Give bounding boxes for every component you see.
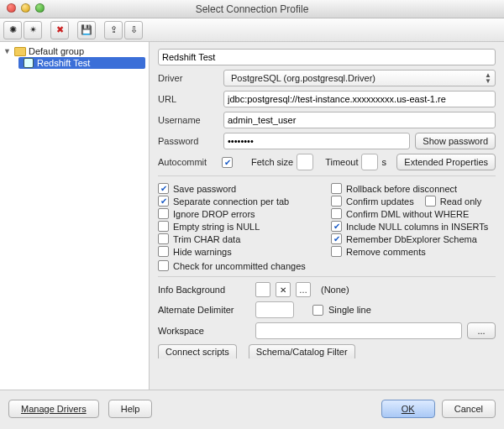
manage-drivers-button[interactable]: Manage Drivers [8,400,99,418]
url-label: URL [158,94,218,104]
option-label: Remember DbExplorer Schema [346,234,477,244]
connect-scripts-button[interactable]: Connect scripts [158,344,237,358]
option-checkbox[interactable] [158,221,169,232]
password-input[interactable] [223,133,410,149]
disclosure-triangle-icon[interactable]: ▼ [3,47,12,55]
readonly-checkbox[interactable] [425,196,436,207]
single-line-label: Single line [328,305,371,315]
new-profile-alt-button[interactable]: ✴ [24,21,42,39]
show-password-button[interactable]: Show password [415,133,496,149]
tree-profile-item[interactable]: Redshift Test [18,57,145,69]
export-button[interactable]: ⇩ [124,21,143,39]
alt-delimiter-input[interactable] [255,301,294,318]
option-label: Ignore DROP errors [173,209,255,219]
fetchsize-label: Fetch size [251,157,293,167]
driver-label: Driver [158,73,218,83]
option-checkbox[interactable] [158,233,169,244]
single-line-checkbox[interactable] [312,305,323,316]
save-button[interactable]: 💾 [77,21,96,39]
window-title: Select Connection Profile [196,3,309,15]
option-checkbox[interactable] [331,196,342,207]
tree-group-label: Default group [29,46,84,56]
option-checkbox[interactable] [158,196,169,207]
autocommit-label: Autocommit [158,157,218,167]
ok-button[interactable]: OK [381,400,435,418]
option-label: Empty string is NULL [173,222,260,232]
option-label: Trim CHAR data [173,234,240,244]
readonly-label: Read only [440,196,482,207]
option-label: Rollback before disconnect [346,184,457,194]
info-bg-pick-button[interactable]: … [296,282,311,297]
fetchsize-input[interactable] [297,154,313,170]
profile-form: Driver PostgreSQL (org.postgresql.Driver… [150,42,504,390]
profile-name-input[interactable] [158,49,496,65]
option-label: Remove comments [346,247,426,257]
option-checkbox[interactable] [158,208,169,219]
minimize-window-icon[interactable] [21,3,30,13]
zoom-window-icon[interactable] [35,3,45,13]
profile-tree[interactable]: ▼ Default group Redshift Test [0,42,150,390]
workspace-input[interactable] [255,322,462,339]
toolbar: ✺ ✴ ✖ 💾 ⇪ ⇩ [0,18,504,42]
info-background-label: Info Background [158,285,250,295]
window-controls [7,3,45,13]
timeout-label: Timeout [325,157,358,167]
info-bg-clear-button[interactable]: ✕ [276,282,291,297]
option-label: Confirm DML without WHERE [346,209,469,219]
password-label: Password [158,136,218,146]
option-checkbox[interactable] [331,183,342,194]
option-label: Confirm updates [346,196,414,207]
check-uncommitted-label: Check for uncommitted changes [173,261,306,271]
option-checkbox[interactable] [158,246,169,257]
autocommit-checkbox[interactable] [222,157,233,168]
close-window-icon[interactable] [7,3,16,13]
username-input[interactable] [223,112,496,128]
tree-profile-label: Redshift Test [37,58,90,68]
option-checkbox[interactable] [331,233,342,244]
driver-value: PostgreSQL (org.postgresql.Driver) [231,73,375,83]
extended-properties-button[interactable]: Extended Properties [396,154,496,170]
option-label: Separate connection per tab [173,196,289,207]
check-uncommitted-checkbox[interactable] [158,260,169,271]
option-label: Save password [173,184,236,194]
cancel-button[interactable]: Cancel [442,400,496,418]
title-bar: Select Connection Profile [0,0,504,18]
alt-delimiter-label: Alternate Delimiter [158,305,250,315]
tree-group[interactable]: ▼ Default group [0,45,149,57]
driver-select[interactable]: PostgreSQL (org.postgresql.Driver) ▲▼ [223,70,496,86]
info-bg-none: (None) [321,285,349,295]
username-label: Username [158,115,218,125]
option-checkbox[interactable] [331,221,342,232]
profile-icon [24,58,34,68]
workspace-browse-button[interactable]: ... [467,322,496,339]
info-bg-color-swatch[interactable] [255,282,270,297]
timeout-unit: s [381,157,386,167]
timeout-input[interactable] [361,154,378,170]
option-checkbox[interactable] [331,208,342,219]
url-input[interactable] [223,91,496,107]
schema-filter-button[interactable]: Schema/Catalog Filter [249,344,355,358]
option-checkbox[interactable] [158,183,169,194]
updown-icon: ▲▼ [485,72,491,84]
folder-icon [14,47,26,56]
dialog-footer: Manage Drivers Help OK Cancel [0,390,504,426]
option-checkbox[interactable] [331,246,342,257]
help-button[interactable]: Help [108,400,153,418]
option-label: Hide warnings [173,247,232,257]
workspace-label: Workspace [158,326,250,336]
new-profile-button[interactable]: ✺ [3,21,22,39]
import-button[interactable]: ⇪ [104,21,123,39]
delete-button[interactable]: ✖ [50,21,69,39]
option-label: Include NULL columns in INSERTs [346,222,488,232]
